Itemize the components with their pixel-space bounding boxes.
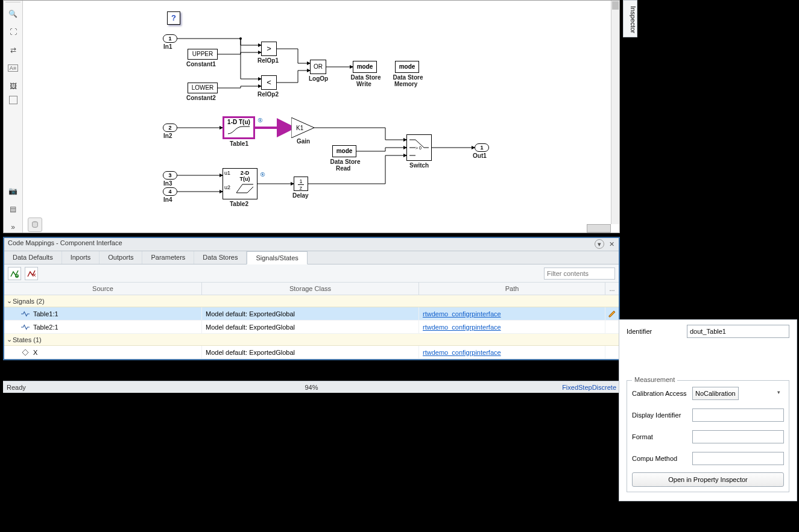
chevron-down-icon[interactable]: ⌄ [5,297,13,305]
expand-icon[interactable]: » [5,219,22,236]
diagram-canvas[interactable]: ? 1 In1 2 In2 3 In3 4 In4 1 Out1 UPPER C… [24,1,611,224]
box-icon[interactable] [9,96,17,104]
panel-menu-icon[interactable]: ▾ [595,239,604,249]
identifier-field[interactable] [687,325,789,338]
annotation-icon[interactable]: A≡ [5,60,22,77]
switch-block[interactable]: > 0 [406,134,432,161]
image-icon[interactable]: 🖼 [5,78,22,95]
in2-port[interactable]: 2 [163,124,177,132]
table2-text2: T(u) [234,176,256,182]
svg-text:✕: ✕ [32,272,36,278]
svg-rect-8 [22,349,28,355]
mappings-toolbar: + ✕ [4,264,619,283]
row-path[interactable]: rtwdemo_configrpinterface [419,307,605,320]
table2-block[interactable]: u1 u2 2-D T(u) [223,168,257,199]
in1-label: In1 [163,43,172,50]
out1-port[interactable]: 1 [475,143,489,152]
inspector-tab[interactable]: Inspector [623,0,637,37]
zoom-icon[interactable]: 🔍 [5,5,22,22]
open-property-inspector-button[interactable]: Open in Property Inspector [632,472,784,487]
dsmem-block[interactable]: mode [395,61,419,73]
signal-badge-icon-2: ⦿ [260,172,265,178]
dsmem-label2: Memory [394,81,417,87]
arrows-icon[interactable]: ⇄ [5,42,22,58]
fit-icon[interactable]: ⛶ [5,23,22,40]
in4-port[interactable]: 4 [163,187,177,196]
panel-close-icon[interactable]: ✕ [607,239,616,249]
calibration-access-select[interactable]: NoCalibration [692,387,739,400]
help-block[interactable]: ? [167,11,180,25]
row-storage[interactable]: Model default: ExportedGlobal [202,321,419,333]
dswrite-block[interactable]: mode [353,61,377,73]
vertical-scrollbar[interactable] [611,1,619,224]
constant2-label: Constant2 [186,95,216,101]
states-group-row[interactable]: ⌄ States (1) [4,334,619,346]
canvas-toolbar: 🔍 ⛶ ⇄ A≡ 🖼 📷 ▤ » [4,1,23,233]
layout-icon[interactable]: ▤ [5,201,22,217]
property-panel: Identifier Measurement Calibration Acces… [619,319,797,501]
table1-block[interactable]: 1-D T(u) [223,116,255,139]
tab-inports[interactable]: Inports [62,251,100,264]
database-icon[interactable] [28,217,42,232]
row-name: Table1:1 [33,310,58,318]
chevron-down-icon[interactable]: ⌄ [5,336,13,343]
table2-u2: u2 [224,184,234,190]
dsmem-label1: Data Store [391,74,425,81]
logop-block[interactable]: OR [310,60,326,74]
row-storage[interactable]: Model default: ExportedGlobal [202,346,419,358]
header-storage[interactable]: Storage Class [202,283,419,295]
switch-label: Switch [409,162,429,169]
delay-block[interactable]: 1 z [294,177,308,191]
remove-signal-button[interactable]: ✕ [25,267,38,280]
status-ready: Ready [7,384,26,391]
tab-signals-states[interactable]: Signals/States [247,251,307,264]
svg-point-0 [239,37,242,40]
signals-group-row[interactable]: ⌄ Signals (2) [4,295,619,307]
camera-icon[interactable]: 📷 [5,183,22,199]
dsread-block[interactable]: mode [332,145,356,157]
in1-port[interactable]: 1 [163,34,177,43]
format-field[interactable] [692,430,784,443]
relop2-label: RelOp2 [257,91,279,98]
tab-data-defaults[interactable]: Data Defaults [4,251,62,264]
edit-icon[interactable] [608,310,616,318]
signal-icon [21,311,30,317]
in3-port[interactable]: 3 [163,171,177,180]
wire-layer [24,1,611,224]
in3-label: In3 [163,180,172,187]
measurement-legend: Measurement [632,376,677,383]
gain-block[interactable]: K1 [291,117,315,138]
panel-title-bar: Code Mappings - Component Interface ▾ ✕ [4,238,619,251]
table-row[interactable]: Table2:1 Model default: ExportedGlobal r… [4,321,619,334]
constant1-label: Constant1 [186,61,216,67]
dsread-label2: Read [336,165,350,172]
constant1-block[interactable]: UPPER [188,49,218,60]
filter-input[interactable] [544,268,615,280]
relop1-block[interactable]: > [261,42,277,56]
solver-label[interactable]: FixedStepDiscrete [562,384,616,391]
header-more[interactable]: ... [605,283,619,295]
add-signal-button[interactable]: + [8,267,21,280]
table-row[interactable]: X Model default: ExportedGlobal rtwdemo_… [4,346,619,359]
relop2-block[interactable]: < [261,75,277,90]
constant2-block[interactable]: LOWER [188,83,218,93]
header-source[interactable]: Source [4,283,202,295]
table-row[interactable]: Table1:1 Model default: ExportedGlobal r… [4,307,619,321]
zoom-level[interactable]: 94% [305,384,318,391]
row-storage[interactable]: Model default: ExportedGlobal [202,307,419,320]
header-path[interactable]: Path [419,283,605,295]
table2-u1: u1 [224,170,234,176]
display-identifier-field[interactable] [692,408,784,422]
row-path[interactable]: rtwdemo_configrpinterface [419,321,605,333]
compu-method-field[interactable] [692,452,784,465]
compu-method-label: Compu Method [632,455,692,462]
tab-outports[interactable]: Outports [99,251,142,264]
calibration-access-label: Calibration Access [632,390,692,397]
tab-data-stores[interactable]: Data Stores [194,251,247,264]
view-selector[interactable] [587,224,611,233]
tab-parameters[interactable]: Parameters [142,251,194,264]
row-path[interactable]: rtwdemo_configrpinterface [419,346,605,358]
table1-label: Table1 [230,140,248,147]
svg-text:> 0: > 0 [415,146,422,150]
state-icon [21,349,30,355]
